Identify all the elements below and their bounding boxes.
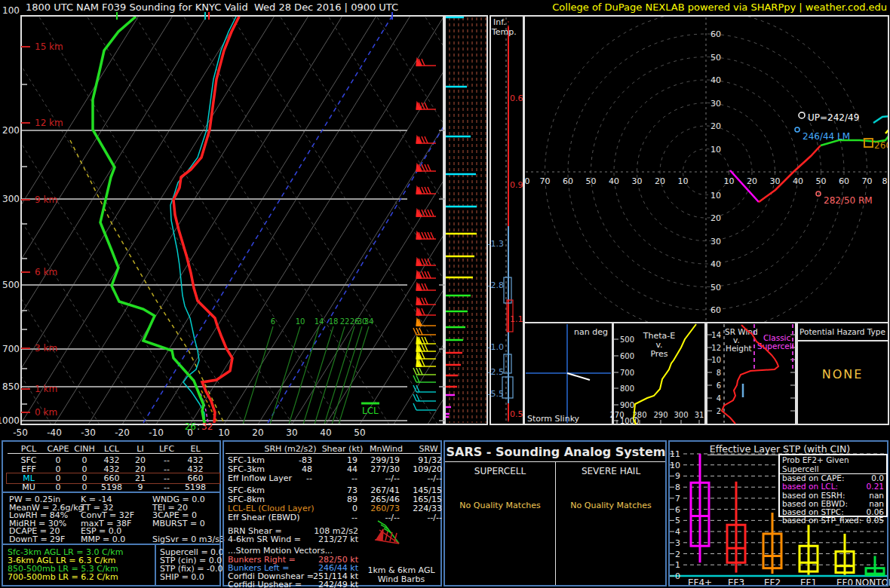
sr-y-label: 2 — [717, 407, 721, 415]
inf-temp-value: -2.8 — [488, 280, 504, 290]
surface-dewpoint-f: 26 — [185, 421, 196, 432]
wind-barb-icon — [413, 385, 436, 392]
decor — [422, 232, 425, 239]
lcl-label: LCL — [362, 406, 379, 416]
thetae-title: Pres — [650, 349, 668, 359]
temp-axis-label: -10 — [149, 427, 164, 438]
decor — [428, 164, 431, 171]
decor — [428, 210, 431, 216]
hodo-axis-label: 70 — [862, 176, 873, 186]
adiabat-line — [0, 16, 3, 424]
hazard-value: NONE — [822, 367, 864, 381]
decor — [431, 232, 434, 239]
isotherm-line — [0, 16, 173, 424]
isotherm-line — [0, 16, 241, 424]
decor — [422, 337, 425, 344]
dewpoint-trace — [93, 17, 204, 423]
wind-barb-icon — [416, 187, 436, 194]
left-mover-marker — [795, 127, 799, 132]
hodo-axis-label: 20 — [710, 121, 721, 131]
decor — [422, 164, 425, 171]
divider — [155, 544, 156, 585]
decor — [425, 298, 428, 305]
hodo-axis-label: 50 — [586, 176, 597, 186]
height-km-label: 9 km — [35, 194, 57, 205]
wetbulb-trace — [170, 17, 236, 423]
dgz-dashed-line — [70, 140, 224, 423]
mixing-ratio-label: 10 — [296, 317, 305, 326]
sars-supercell-result: No Quality Matches — [459, 501, 540, 510]
wind-barb-icon — [413, 368, 436, 375]
thermo-stats-panel: PCLCAPECINHLCLLILFCELSFC0043220--432EFF0… — [2, 440, 221, 586]
decor — [413, 375, 416, 382]
sharppy-sounding-viewer: 1800 UTC NAM F039 Sounding for KNYC Vali… — [0, 0, 890, 588]
wind-barb-icon — [416, 308, 436, 315]
wind-barb-icon — [416, 319, 436, 326]
decor — [428, 271, 431, 278]
temp-axis-label: -30 — [81, 427, 96, 438]
decor — [419, 328, 422, 335]
hodo-axis-label: 30 — [710, 237, 721, 247]
sars-supercell-header: SUPERCELL — [474, 466, 526, 476]
temp-axis-label: 30 — [286, 427, 297, 438]
hodo-axis-label: 10 — [678, 176, 689, 186]
height-km-label: 3 km — [35, 343, 57, 354]
hodo-axis-label: 10 — [710, 145, 721, 155]
thetae-y-label: 900 — [620, 401, 634, 409]
prob-ef2-header: Prob EF2+ Given Supercell — [780, 455, 886, 474]
hodo-axis-label: 40 — [710, 75, 721, 85]
decor — [425, 283, 428, 290]
mixing-ratio-line — [243, 326, 273, 424]
thetae-x-label: 290 — [653, 411, 668, 419]
hodo-axis-label: 20 — [655, 176, 665, 186]
decor — [428, 187, 431, 194]
decor — [422, 259, 425, 265]
wind-barb-icon — [416, 103, 436, 109]
kinematic-stats-panel: SRH (m2/s2)Shear (kt)MnWindSRWSFC-1km-83… — [222, 440, 442, 586]
prob-ef2-row: based on STP_fixed:0.05 — [780, 516, 886, 525]
decor — [425, 187, 428, 194]
sars-title: SARS - Sounding Analog System — [447, 445, 666, 459]
sr-y-label: 10 — [711, 356, 721, 364]
hodo-axis-label: 10 — [710, 191, 721, 201]
sr-y-label: 14 — [711, 331, 721, 339]
hodo-trace-9-12km — [873, 116, 890, 123]
mixing-ratio-label: 18 — [329, 317, 339, 326]
hodo-axis-label: 60 — [839, 176, 849, 186]
decor — [413, 394, 416, 401]
decor — [422, 187, 425, 194]
temp-axis-label: -50 — [13, 427, 28, 438]
temp-axis-label: 10 — [218, 427, 229, 438]
temp-axis-label: -40 — [47, 427, 62, 438]
hazard-value-box — [797, 341, 888, 424]
isotherm-line — [20, 16, 275, 424]
adiabat-line — [38, 16, 293, 424]
hodo-axis-label: 10 — [724, 176, 735, 186]
pcl-header-underline — [8, 453, 219, 454]
wind-barb-icon — [413, 403, 436, 410]
composite-index-item: SHIP = 0.0 — [160, 572, 204, 582]
decor — [416, 375, 419, 382]
inf-temp-value: 1.1 — [510, 314, 523, 324]
height-km-label: 6 km — [35, 267, 57, 277]
updraft-marker — [799, 112, 805, 118]
thetae-y-label: 500 — [620, 335, 634, 344]
stp-title: Effective Layer STP (with CIN) — [710, 443, 850, 455]
decor — [422, 352, 425, 359]
decor — [425, 337, 428, 344]
thetae-x-label: 270 — [609, 411, 624, 419]
height-km-label: 0 km — [35, 407, 57, 418]
inf-temp-title: Temp. — [491, 27, 517, 37]
stat-item: SigSvr = 0 m3/s3 — [152, 534, 225, 544]
inf-temp-value: -2.5 — [488, 367, 504, 377]
decor — [431, 210, 434, 216]
hodo-axis-label: 60 — [710, 29, 721, 39]
left-mover-label: 246/44 LM — [803, 131, 850, 142]
temp-axis-label: 20 — [252, 427, 263, 438]
thetae-x-label: 300 — [674, 411, 688, 419]
hodo-axis-label: 30 — [770, 176, 781, 186]
hodo-axis-label: 50 — [710, 53, 721, 63]
sr-y-label: 4 — [717, 394, 721, 403]
mixing-ratio-label: 6 — [271, 317, 275, 326]
stat-item: MBURST = 0 — [152, 519, 205, 528]
